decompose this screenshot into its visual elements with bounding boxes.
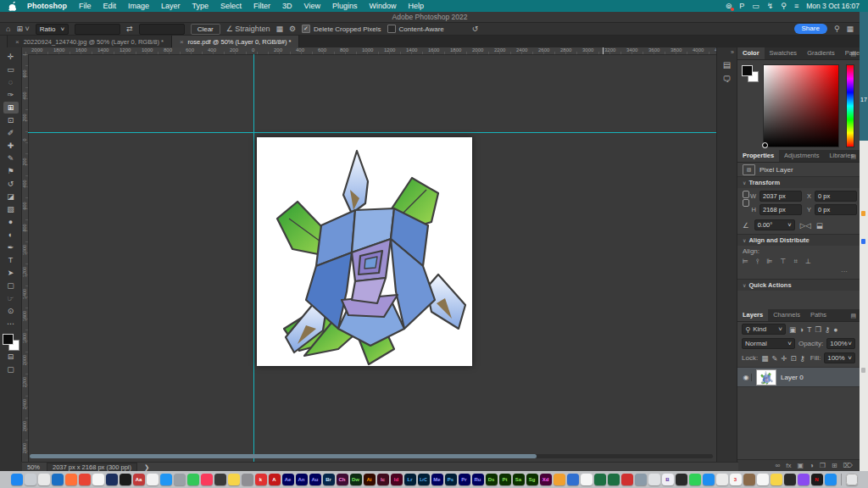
width-field[interactable]: 2037 px <box>760 191 802 202</box>
reset-icon[interactable]: ↺ <box>472 25 479 33</box>
dock-color-wheel-app[interactable] <box>38 474 50 485</box>
share-button[interactable]: Share <box>794 24 827 34</box>
clear-button[interactable]: Clear <box>191 24 220 35</box>
link-dimensions-icon[interactable] <box>743 191 749 218</box>
layer-visibility-icon[interactable]: ◉ <box>741 374 752 381</box>
transform-section-header[interactable]: ∨Transform <box>737 176 860 188</box>
lasso-tool[interactable]: ◌ <box>3 76 19 88</box>
tab-color[interactable]: Color <box>737 47 765 59</box>
dock-lightroom[interactable]: Lr <box>404 474 416 485</box>
panel-menu-icon[interactable]: ▤ <box>850 153 856 160</box>
dock-safari[interactable] <box>160 474 172 485</box>
dock-b-app[interactable]: B <box>662 474 674 485</box>
menu-item-help[interactable]: Help <box>403 2 431 10</box>
hue-slider[interactable] <box>846 64 854 147</box>
dock-yellow-app[interactable] <box>228 474 240 485</box>
tool-color-swatches[interactable] <box>3 334 19 351</box>
dock-substance-painter[interactable]: Pt <box>499 474 511 485</box>
dock-premiere-rush[interactable]: Ru <box>472 474 484 485</box>
align-top-icon[interactable]: ⊤ <box>780 258 786 266</box>
dock-mail[interactable] <box>703 474 715 485</box>
dock-books[interactable]: Aa <box>133 474 145 485</box>
scrollbar-thumb[interactable] <box>30 454 537 458</box>
dock-after-effects[interactable]: Ae <box>282 474 294 485</box>
tab-properties[interactable]: Properties <box>737 150 779 162</box>
ratio-select[interactable]: Ratio˅ <box>36 24 69 35</box>
layer-name[interactable]: Layer 0 <box>781 374 804 381</box>
lock-artboard-icon[interactable]: ⊡ <box>790 354 796 363</box>
y-field[interactable]: 0 px <box>815 204 857 215</box>
dock-messages[interactable] <box>689 474 701 485</box>
dock-media-encoder[interactable]: Me <box>431 474 443 485</box>
delete-cropped-pixels-checkbox[interactable]: ✓Delete Cropped Pixels <box>302 25 381 33</box>
dock-k-app[interactable]: k <box>255 474 267 485</box>
dock-dreamweaver[interactable]: Dw <box>350 474 362 485</box>
eyedropper-tool[interactable]: ✐ <box>3 127 19 139</box>
zoom-tool[interactable]: ⊙ <box>3 305 19 317</box>
menu-item-filter[interactable]: Filter <box>248 2 276 10</box>
lock-paint-icon[interactable]: ✎ <box>771 354 777 363</box>
history-panel-icon[interactable]: ▤ <box>723 60 731 69</box>
dock-finder[interactable] <box>11 474 23 485</box>
crop-settings-gear-icon[interactable]: ⚙ <box>289 25 296 33</box>
quick-actions-header[interactable]: ∨Quick Actions <box>737 279 860 291</box>
dock-edge[interactable] <box>52 474 64 485</box>
dock-pencil-orange-app[interactable] <box>554 474 565 485</box>
layer-thumbnail[interactable] <box>756 369 776 385</box>
dock-brown-app[interactable] <box>743 474 755 485</box>
menu-item-image[interactable]: Image <box>122 2 155 10</box>
more-tools[interactable]: ⋯ <box>3 318 19 330</box>
pen-tool[interactable]: ✒ <box>3 241 19 253</box>
screen-mode-icon[interactable]: ▢ <box>3 363 19 375</box>
tab-adjustments[interactable]: Adjustments <box>779 150 824 162</box>
layer-mask-icon[interactable]: ▣ <box>797 462 804 469</box>
dock-chrome[interactable] <box>79 474 91 485</box>
shape-tool[interactable]: ▢ <box>3 280 19 291</box>
menu-item-layer[interactable]: Layer <box>155 2 186 10</box>
align-center-h-icon[interactable]: ⫯ <box>756 258 759 266</box>
dock-animate[interactable]: An <box>296 474 308 485</box>
lock-transparent-icon[interactable]: ▦ <box>761 354 768 363</box>
align-right-icon[interactable]: ⊫ <box>766 258 772 266</box>
panel-menu-icon[interactable]: ▤ <box>850 51 856 58</box>
battery-icon[interactable]: ▭ <box>752 2 760 10</box>
filter-image-icon[interactable]: ▣ <box>789 325 796 334</box>
tab-paths[interactable]: Paths <box>805 309 832 321</box>
dock-keyboard-app[interactable] <box>648 474 660 485</box>
filter-shape-icon[interactable]: ❒ <box>815 325 821 334</box>
eraser-tool[interactable]: ◪ <box>3 191 19 202</box>
dock-character-animator[interactable]: Ch <box>337 474 348 485</box>
menu-item-view[interactable]: View <box>298 2 326 10</box>
filter-adjustment-icon[interactable]: ◑ <box>799 325 804 334</box>
height-field[interactable]: 2168 px <box>760 204 802 215</box>
zoom-level[interactable]: 50% <box>27 463 40 471</box>
collapse-panels-icon[interactable]: » <box>731 49 734 55</box>
dock-utility-app[interactable] <box>174 474 186 485</box>
crop-height-input[interactable] <box>139 24 185 35</box>
lock-all-icon[interactable]: ⚷ <box>800 354 805 363</box>
tab-layers[interactable]: Layers <box>737 309 768 321</box>
gradient-tool[interactable]: ▧ <box>3 203 19 215</box>
status-chevron-icon[interactable]: ❯ <box>144 463 149 471</box>
align-section-header[interactable]: ∨Align and Distribute <box>737 234 860 246</box>
new-layer-icon[interactable]: ⊞ <box>832 462 837 469</box>
dock-excel[interactable] <box>594 474 606 485</box>
move-tool[interactable]: ✛ <box>3 51 19 63</box>
dock-notes[interactable] <box>771 474 782 485</box>
layer-effects-icon[interactable]: fx <box>786 462 791 469</box>
filter-type-icon[interactable]: T <box>807 325 811 334</box>
dock-flame-app[interactable] <box>120 474 131 485</box>
hand-tool[interactable]: ☞ <box>3 292 19 304</box>
dock-audition[interactable]: Au <box>309 474 321 485</box>
menu-item-3d[interactable]: 3D <box>276 2 298 10</box>
dock-excel-doc[interactable] <box>608 474 620 485</box>
document-tab-1[interactable]: ×rose.pdf @ 50% (Layer 0, RGB/8#) * <box>172 36 300 47</box>
align-middle-icon[interactable]: ⌗ <box>793 258 798 266</box>
x-field[interactable]: 0 px <box>815 191 857 202</box>
dock-scale-app[interactable] <box>567 474 579 485</box>
dock-acrobat[interactable]: A <box>269 474 281 485</box>
dock-incopy[interactable]: Ic <box>377 474 389 485</box>
color-picker-dot[interactable] <box>762 142 768 148</box>
dock-settings-black-app[interactable] <box>784 474 796 485</box>
dock-calendar[interactable]: 3 <box>730 474 742 485</box>
